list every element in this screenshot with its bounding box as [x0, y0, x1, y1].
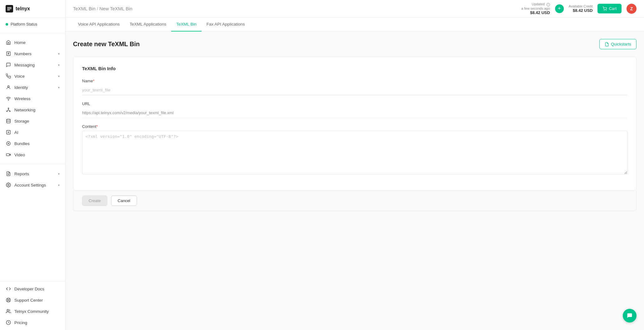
- cart-icon: [603, 7, 607, 11]
- sidebar-item-video[interactable]: Video: [0, 149, 65, 160]
- balance-time: a few seconds ago: [521, 7, 550, 10]
- cart-button[interactable]: Cart: [598, 4, 622, 13]
- tab-fax-api[interactable]: Fax API Applications: [202, 17, 250, 32]
- logo[interactable]: telnyx: [0, 0, 65, 18]
- tab-voice-api[interactable]: Voice API Applications: [73, 17, 125, 32]
- create-button[interactable]: Create: [82, 196, 107, 206]
- url-label: URL: [82, 101, 627, 106]
- sidebar-item-bundles[interactable]: Bundles: [0, 138, 65, 149]
- sidebar-item-pricing[interactable]: Pricing: [0, 317, 65, 328]
- sidebar-item-support-center[interactable]: Support Center: [0, 294, 65, 306]
- svg-point-15: [7, 299, 9, 301]
- identity-icon: [6, 85, 11, 90]
- sidebar-item-ai[interactable]: AI: [0, 127, 65, 138]
- topbar-right: Updated a few seconds ago $8.42 USD + Av…: [521, 2, 637, 15]
- storage-icon: [6, 118, 11, 124]
- developer-docs-icon: [6, 286, 11, 292]
- sidebar-item-identity[interactable]: Identity ▾: [0, 82, 65, 93]
- avatar[interactable]: Z: [627, 4, 637, 14]
- svg-point-3: [8, 100, 8, 100]
- bundles-icon: [6, 141, 11, 146]
- name-label: Name*: [82, 79, 627, 83]
- svg-point-2: [7, 86, 9, 87]
- sidebar-item-storage[interactable]: Storage: [0, 115, 65, 127]
- main-nav: Home Numbers ▾ Messaging ▾ Voice ▾: [0, 35, 65, 162]
- identity-chevron-icon: ▾: [58, 86, 60, 89]
- main-area: TeXML Bin / New TeXML Bin Updated a few …: [66, 0, 644, 330]
- video-icon: [6, 152, 11, 158]
- sidebar-item-support-center-label: Support Center: [14, 298, 60, 303]
- add-balance-button[interactable]: +: [555, 4, 564, 13]
- pricing-icon: [6, 320, 11, 325]
- svg-point-4: [8, 108, 9, 109]
- messaging-chevron-icon: ▾: [58, 63, 60, 67]
- chat-widget-icon: [627, 313, 633, 319]
- svg-line-16: [7, 298, 8, 299]
- platform-status-item[interactable]: Platform Status: [0, 20, 65, 29]
- name-required-indicator: *: [93, 79, 95, 83]
- svg-line-17: [9, 301, 10, 302]
- sidebar-item-developer-docs-label: Developer Docs: [14, 287, 60, 291]
- numbers-chevron-icon: ▾: [58, 52, 60, 56]
- form-section-title: TeXML Bin Info: [82, 66, 627, 71]
- form-actions-bar: Create Cancel: [73, 191, 637, 211]
- sidebar-item-bundles-label: Bundles: [14, 141, 60, 146]
- svg-point-7: [7, 119, 10, 120]
- tab-texml-apps[interactable]: TeXML Applications: [125, 17, 171, 32]
- sidebar-item-home[interactable]: Home: [0, 37, 65, 48]
- cancel-button[interactable]: Cancel: [111, 196, 137, 206]
- breadcrumb-separator: /: [97, 6, 99, 11]
- content-textarea[interactable]: [82, 131, 627, 174]
- sidebar-item-telnyx-community[interactable]: Telnyx Community: [0, 306, 65, 317]
- sidebar-item-telnyx-community-label: Telnyx Community: [14, 309, 60, 314]
- sidebar-item-wireless[interactable]: Wireless: [0, 93, 65, 104]
- sidebar-item-numbers-label: Numbers: [14, 51, 55, 56]
- svg-point-6: [9, 111, 10, 112]
- bottom-nav: Reports ▾ Account Settings ▾: [0, 166, 65, 192]
- chat-widget-button[interactable]: [623, 309, 637, 323]
- sidebar-item-account-settings[interactable]: Account Settings ▾: [0, 179, 65, 191]
- sidebar-item-developer-docs[interactable]: Developer Docs: [0, 283, 65, 294]
- tabs-nav: Voice API Applications TeXML Application…: [66, 17, 644, 32]
- sidebar-item-messaging[interactable]: Messaging ▾: [0, 59, 65, 70]
- sidebar: telnyx Platform Status Home Numbers ▾: [0, 0, 66, 330]
- quickstarts-icon: [605, 42, 609, 46]
- sidebar-item-voice[interactable]: Voice ▾: [0, 70, 65, 82]
- voice-chevron-icon: ▾: [58, 75, 60, 78]
- sidebar-footer: Developer Docs Support Center Telnyx Com…: [0, 281, 65, 330]
- telnyx-community-icon: [6, 308, 11, 314]
- tab-texml-bin[interactable]: TeXML Bin: [171, 17, 202, 32]
- balance-label: Updated: [521, 2, 550, 6]
- sidebar-item-home-label: Home: [14, 40, 60, 45]
- sidebar-item-ai-label: AI: [14, 130, 60, 135]
- home-icon: [6, 40, 11, 45]
- name-input[interactable]: [82, 85, 627, 95]
- platform-status-section: Platform Status: [0, 18, 65, 31]
- credit-label: Available Credit: [569, 4, 593, 8]
- sidebar-item-reports-label: Reports: [14, 172, 55, 176]
- url-field-group: URL https://api.telnyx.com/v2/media/your…: [82, 101, 627, 118]
- svg-rect-10: [6, 154, 9, 156]
- sidebar-item-video-label: Video: [14, 153, 60, 157]
- sidebar-item-voice-label: Voice: [14, 74, 55, 79]
- sidebar-item-reports[interactable]: Reports ▾: [0, 168, 65, 179]
- messaging-icon: [6, 62, 11, 68]
- quickstarts-button[interactable]: Quickstarts: [599, 39, 637, 49]
- breadcrumb-part1: TeXML Bin: [73, 6, 95, 11]
- sidebar-item-account-settings-label: Account Settings: [14, 183, 55, 187]
- svg-point-26: [606, 10, 607, 10]
- page-header: Create new TeXML Bin Quickstarts: [73, 39, 637, 49]
- content-field-group: Content*: [82, 124, 627, 175]
- sidebar-item-identity-label: Identity: [14, 85, 55, 90]
- svg-point-13: [8, 184, 9, 186]
- sidebar-item-numbers[interactable]: Numbers ▾: [0, 48, 65, 59]
- content-label: Content*: [82, 124, 627, 129]
- sidebar-item-networking[interactable]: Networking: [0, 104, 65, 115]
- platform-status-label: Platform Status: [11, 22, 37, 27]
- status-dot-icon: [6, 23, 8, 26]
- account-settings-icon: [6, 182, 11, 188]
- credit-info: Available Credit $8.42 USD: [569, 4, 593, 13]
- networking-icon: [6, 107, 11, 113]
- svg-point-25: [604, 10, 604, 10]
- wireless-icon: [6, 96, 11, 101]
